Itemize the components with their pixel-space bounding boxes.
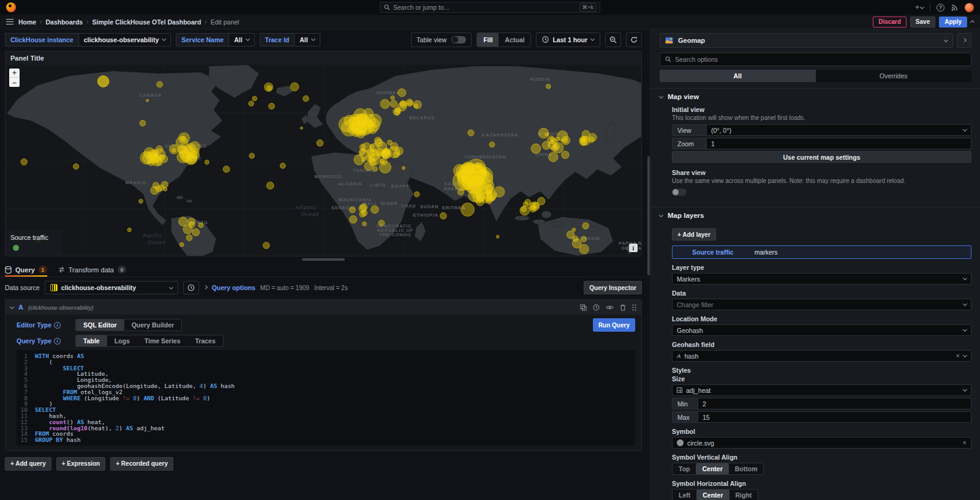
add-button[interactable]: +	[915, 3, 924, 12]
align-right[interactable]: Right	[729, 490, 758, 500]
options-scrollbar[interactable]	[647, 29, 650, 500]
zoom-out-time-button[interactable]	[605, 32, 621, 47]
size-field-select[interactable]: adj_heat	[672, 384, 971, 396]
sql-line: 13 round(log10(heat), 2) AS adj_heat	[17, 425, 635, 431]
align-center[interactable]: Center	[696, 463, 728, 474]
align-center[interactable]: Center	[696, 490, 729, 500]
apply-button[interactable]: Apply	[939, 17, 967, 28]
table-view-switch[interactable]	[451, 36, 466, 43]
options-search-input[interactable]: Search options	[660, 53, 971, 66]
tab-transform-data[interactable]: Transform data 0	[58, 266, 126, 277]
hide-response-icon[interactable]	[606, 305, 614, 310]
query-type-table[interactable]: Table	[76, 335, 107, 346]
panel-title[interactable]: Panel Title	[6, 51, 641, 65]
user-avatar[interactable]	[965, 3, 974, 12]
query-row-header[interactable]: A (clickhouse-observability)	[6, 300, 641, 315]
max-input[interactable]: 15	[698, 411, 971, 423]
map-label: TURKMENISTAN	[464, 154, 507, 160]
use-current-map-settings-button[interactable]: Use current map settings	[672, 151, 971, 163]
align-bottom[interactable]: Bottom	[729, 463, 764, 474]
align-left[interactable]: Left	[673, 490, 696, 500]
add-query-button[interactable]: + Add query	[5, 457, 51, 471]
variable-value-dropdown[interactable]: All	[294, 33, 320, 47]
map-marker	[280, 163, 285, 168]
variable-value-dropdown[interactable]: All	[228, 33, 254, 47]
copy-query-icon[interactable]	[580, 304, 587, 311]
query-history-icon[interactable]	[593, 304, 600, 311]
view-select[interactable]: (0°, 0°)	[706, 124, 971, 136]
min-input[interactable]: 2	[698, 398, 971, 409]
info-icon[interactable]: i	[54, 338, 61, 345]
fill-button[interactable]: Fill	[477, 33, 499, 47]
layer-type-select[interactable]: Markers	[672, 273, 971, 285]
map-marker	[303, 95, 309, 102]
query-type-traces[interactable]: Traces	[188, 335, 223, 346]
clear-icon[interactable]: ×	[963, 439, 967, 446]
menu-icon[interactable]	[6, 19, 13, 25]
time-range-picker[interactable]: Last 1 hour	[536, 32, 600, 47]
breadcrumb-dashboard-name[interactable]: Simple ClickHouse OTel Dashboard	[92, 18, 202, 26]
discard-button[interactable]: Discard	[873, 17, 907, 28]
table-view-toggle[interactable]: Table view	[411, 32, 472, 47]
pane-resize-handle[interactable]	[0, 256, 647, 262]
map-marker	[140, 120, 146, 126]
breadcrumb-home[interactable]: Home	[18, 18, 36, 26]
data-filter-select[interactable]: Change filter	[672, 299, 971, 310]
query-options-chevron[interactable]	[203, 285, 208, 289]
datasource-picker[interactable]: clickhouse-observability	[45, 281, 178, 294]
query-builder-option[interactable]: Query Builder	[124, 319, 181, 330]
refresh-button[interactable]	[626, 32, 642, 47]
geohash-field-select[interactable]: A hash ×	[672, 350, 971, 362]
save-button[interactable]: Save	[910, 17, 935, 28]
grafana-logo-icon[interactable]	[6, 2, 16, 12]
map-marker	[368, 156, 375, 163]
query-type-logs[interactable]: Logs	[107, 335, 137, 346]
variable-value-dropdown[interactable]: clickhouse-observability	[78, 33, 172, 47]
align-top[interactable]: Top	[673, 463, 696, 474]
collapse-options-button[interactable]	[957, 33, 971, 48]
section-map-layers[interactable]: Map layers	[660, 207, 971, 223]
query-inspector-button[interactable]: Query Inspector	[584, 281, 642, 294]
section-map-view[interactable]: Map view	[660, 89, 971, 105]
help-icon[interactable]: ?	[937, 4, 944, 12]
map-zoom-out-button[interactable]: –	[9, 78, 20, 87]
map-marker	[461, 203, 475, 217]
sql-editor-option[interactable]: SQL Editor	[76, 319, 124, 330]
visualization-picker[interactable]: Geomap	[660, 33, 953, 48]
search-input[interactable]: Search or jump to... ⌘+k	[380, 2, 600, 13]
actual-button[interactable]: Actual	[499, 33, 530, 47]
datasource-help-button[interactable]	[183, 281, 199, 294]
info-icon[interactable]: i	[54, 322, 61, 329]
expression-button[interactable]: + Expression	[56, 457, 106, 471]
tab-query[interactable]: Query 1	[5, 266, 47, 277]
location-mode-select[interactable]: Geohash	[672, 324, 971, 336]
map-marker	[468, 130, 474, 136]
collapse-header-icon[interactable]	[970, 20, 974, 24]
sql-editor[interactable]: 1WITH coords AS2 (3 SELECT4 Latitude,5 L…	[17, 350, 635, 446]
add-layer-button[interactable]: + Add layer	[672, 228, 716, 241]
run-query-button[interactable]: Run Query	[593, 318, 635, 332]
query-type-timeseries[interactable]: Time Series	[137, 335, 188, 346]
news-icon[interactable]	[951, 4, 959, 12]
drag-handle-icon[interactable]	[632, 304, 636, 311]
clear-icon[interactable]: ×	[956, 353, 960, 359]
map-zoom-in-button[interactable]: +	[9, 69, 20, 78]
share-view-switch[interactable]	[672, 188, 687, 196]
breadcrumb-dashboards[interactable]: Dashboards	[46, 18, 83, 26]
symbol-select[interactable]: circle.svg ×	[672, 437, 971, 449]
map-label: RUSSIA	[530, 76, 551, 82]
layer-item-source-traffic[interactable]: Source traffic markers	[672, 245, 971, 259]
collapse-query-icon[interactable]	[10, 304, 14, 308]
options-search-placeholder: Search options	[675, 56, 718, 63]
geomap-canvas[interactable]: RUSSIACANADAUNITED STATESMEXICOBRAZILNOR…	[6, 65, 641, 256]
map-attribution-button[interactable]: i	[629, 244, 638, 252]
zoom-input[interactable]: 1	[706, 138, 971, 149]
delete-query-icon[interactable]	[620, 304, 626, 311]
recorded-query-button[interactable]: + Recorded query	[110, 457, 173, 471]
tab-overrides[interactable]: Overrides	[816, 70, 972, 82]
tab-all[interactable]: All	[660, 70, 816, 82]
query-options-link[interactable]: Query options	[212, 284, 255, 291]
layer-name[interactable]: Source traffic	[692, 248, 734, 256]
scrollbar-thumb[interactable]	[647, 156, 650, 275]
grafana-app: Search or jump to... ⌘+k + ? Home › Dash…	[0, 0, 980, 500]
